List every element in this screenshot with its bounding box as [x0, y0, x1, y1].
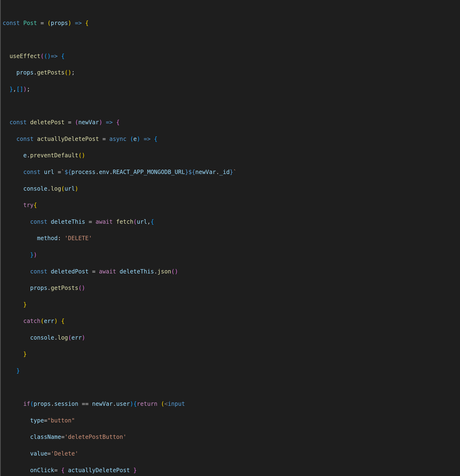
code-line: type="button" — [3, 416, 460, 425]
code-line: },[]); — [3, 85, 460, 94]
code-line — [3, 383, 460, 392]
code-line: }) — [3, 251, 460, 259]
code-line: e.preventDefault() — [3, 151, 460, 160]
code-line: catch(err) { — [3, 317, 460, 325]
code-line: props.getPosts() — [3, 284, 460, 292]
code-editor[interactable]: const Post = (props) => { useEffect(()=>… — [0, 0, 460, 476]
code-line: props.getPosts(); — [3, 68, 460, 77]
code-line: method: 'DELETE' — [3, 234, 460, 243]
code-line — [3, 102, 460, 110]
code-line: if(props.session == newVar.user){return … — [3, 400, 460, 408]
code-line: useEffect(()=> { — [3, 52, 460, 60]
code-line: const deleteThis = await fetch(url,{ — [3, 218, 460, 226]
code-line: const deletePost = (newVar) => { — [3, 118, 460, 127]
code-line: console.log(err) — [3, 334, 460, 342]
code-line: } — [3, 301, 460, 309]
code-line: const url =`${process.env.REACT_APP_MONG… — [3, 168, 460, 176]
code-line: const Post = (props) => { — [3, 19, 460, 27]
code-line: className='deletePostButton' — [3, 433, 460, 441]
code-line: try{ — [3, 201, 460, 209]
code-line: value='Delete' — [3, 450, 460, 458]
code-line: } — [3, 367, 460, 375]
code-line: onClick= { actuallyDeletePost } — [3, 466, 460, 475]
code-line: const deletedPost = await deleteThis.jso… — [3, 268, 460, 276]
code-block: const Post = (props) => { useEffect(()=>… — [3, 11, 460, 476]
code-line: console.log(url) — [3, 185, 460, 193]
code-line: const actuallyDeletePost = async (e) => … — [3, 135, 460, 143]
code-line: } — [3, 350, 460, 358]
code-line — [3, 35, 460, 44]
